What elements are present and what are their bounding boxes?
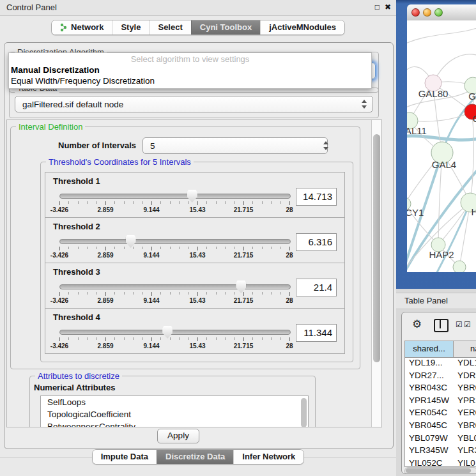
slider-tick (105, 292, 106, 296)
cell-shared-name: YPR145W (405, 395, 454, 408)
threshold-value-field[interactable]: 6.316 (296, 233, 337, 251)
threshold-value-field[interactable]: 11.344 (296, 324, 337, 342)
slider-track[interactable] (59, 284, 291, 289)
slider-tick (124, 201, 125, 204)
tab-infer-network[interactable]: Infer Network (233, 450, 303, 464)
mac-zoom-button[interactable] (434, 8, 443, 17)
slider-tick-label: 21.715 (234, 252, 254, 259)
slider-track[interactable] (59, 194, 291, 199)
slider-tick (59, 247, 60, 250)
tab-network[interactable]: Network (52, 20, 112, 35)
list-scrollbar[interactable] (301, 398, 307, 427)
slider-tick (179, 292, 180, 295)
slider-tick-label: 21.715 (234, 297, 254, 304)
slider-tick-label: 2.859 (97, 252, 113, 259)
slider-tick (289, 292, 290, 296)
algorithm-option-manual[interactable]: Manual Discretization (11, 65, 100, 75)
network-canvas[interactable]: GAL80GACGAL11GAL4GCY1HHAP2 (407, 20, 476, 272)
number-of-intervals-combobox[interactable]: 5 (142, 137, 328, 154)
slider-tick (124, 247, 125, 249)
column-header-shared-name[interactable]: shared... (405, 341, 454, 357)
table-row[interactable]: YDR27...YDR2 (405, 371, 476, 383)
vertical-scrollbar-thumb[interactable] (373, 134, 380, 362)
algorithm-option-equal-width[interactable]: Equal Width/Frequency Discretization (11, 76, 155, 86)
network-node-label: GAL11 (407, 125, 427, 136)
table-row[interactable]: YBL079WYBL0 (405, 433, 476, 446)
slider-tick (197, 337, 198, 341)
table-row[interactable]: YBR043CYBR0 (405, 383, 476, 395)
checkbox-icon[interactable]: ☑ (464, 320, 471, 329)
apply-button[interactable]: Apply (157, 429, 199, 443)
thresholds-group: Threshold's Coordinates for 5 Intervals … (40, 162, 353, 362)
slider-tick (87, 201, 88, 204)
tab-style[interactable]: Style (112, 20, 149, 35)
network-node[interactable] (453, 261, 466, 272)
float-window-icon[interactable]: □ (375, 3, 380, 12)
network-node-label: GCY1 (407, 207, 424, 218)
slider-tick (151, 337, 152, 341)
list-item[interactable]: BetweennessCentrality (41, 420, 308, 427)
column-header-name[interactable]: na (454, 341, 476, 357)
slider-tick (234, 292, 235, 295)
slider-tick (188, 337, 189, 340)
list-item[interactable]: TopologicalCoefficient (41, 408, 308, 420)
tab-cyni-toolbox[interactable]: Cyni Toolbox (191, 20, 260, 35)
threshold-value-field[interactable]: 21.4 (296, 279, 337, 296)
slider-thumb[interactable] (187, 190, 197, 203)
slider-tick (59, 337, 60, 341)
table-row[interactable]: YBR045CYBR0 (405, 420, 476, 433)
slider-tick-label: 28 (286, 297, 293, 304)
checkbox-icon[interactable]: ☑ (456, 320, 463, 329)
tab-discretize-data[interactable]: Discretize Data (157, 450, 233, 464)
tab-label: Cyni Toolbox (200, 20, 252, 35)
slider-track[interactable] (59, 239, 291, 244)
slider-tick (114, 337, 115, 340)
stepper-icon (323, 141, 329, 150)
slider-tick (252, 201, 253, 204)
cell-shared-name: YBR045C (405, 420, 454, 433)
horizontal-scrollbar-thumb[interactable] (406, 468, 471, 473)
table-panel-title: Table Panel (404, 293, 448, 309)
top-tab-bar: Network Style Select Cyni Toolbox jActiv… (0, 20, 396, 35)
table-row[interactable]: YDL19...YDL1 (405, 358, 476, 371)
slider-thumb[interactable] (162, 326, 173, 339)
network-window-titlebar[interactable] (407, 4, 476, 21)
threshold-value-field[interactable]: 14.713 (296, 188, 337, 206)
table-row[interactable]: YIL052CYIL0 (405, 458, 476, 467)
numerical-attributes-list[interactable]: SelfLoopsTopologicalCoefficientBetweenne… (40, 395, 309, 427)
columns-icon[interactable] (434, 319, 449, 332)
vertical-scrollbar[interactable] (371, 120, 381, 427)
list-item[interactable]: SelfLoops (41, 396, 308, 408)
table-row[interactable]: YER054CYER0 (405, 408, 476, 420)
slider-tick (271, 247, 272, 249)
slider-thumb[interactable] (236, 280, 246, 293)
slider-tick (252, 292, 253, 295)
mac-minimize-button[interactable] (423, 8, 431, 17)
cell-shared-name: YBR043C (405, 383, 454, 395)
slider-tick (206, 201, 207, 204)
gear-icon[interactable]: ⚙ (412, 318, 422, 331)
attributes-group: Attributes to discretize Numerical Attri… (29, 376, 316, 427)
slider-tick (243, 337, 244, 341)
control-panel: Control Panel □ ✖ Network Style Select C… (0, 0, 396, 476)
network-node-label: C (473, 113, 476, 124)
table-data-combobox[interactable]: galFiltered.sif default node (15, 96, 373, 112)
slider-tick (114, 247, 115, 249)
network-nodes[interactable]: GAL80GACGAL11GAL4GCY1HHAP2 (407, 75, 476, 272)
table-row[interactable]: YPR145WYPR1 (405, 395, 476, 408)
table-rows[interactable]: YDL19...YDL1YDR27...YDR2YBR043CYBR0YPR14… (404, 357, 476, 467)
mac-close-button[interactable] (411, 8, 420, 17)
tab-label: Impute Data (101, 450, 148, 464)
table-row[interactable]: YLR345WYLR3 (405, 445, 476, 458)
slider-thumb[interactable] (126, 235, 136, 248)
tab-jactivemnodules[interactable]: jActiveMNodules (260, 20, 344, 35)
slider-tick (225, 337, 226, 340)
slider-tick (271, 337, 272, 340)
tab-label: Infer Network (242, 450, 295, 464)
tab-select[interactable]: Select (149, 20, 190, 35)
horizontal-scrollbar[interactable] (404, 467, 476, 474)
slider-tick (170, 201, 171, 204)
close-window-icon[interactable]: ✖ (385, 3, 391, 12)
tab-impute-data[interactable]: Impute Data (93, 450, 157, 464)
slider-track[interactable] (59, 330, 291, 335)
